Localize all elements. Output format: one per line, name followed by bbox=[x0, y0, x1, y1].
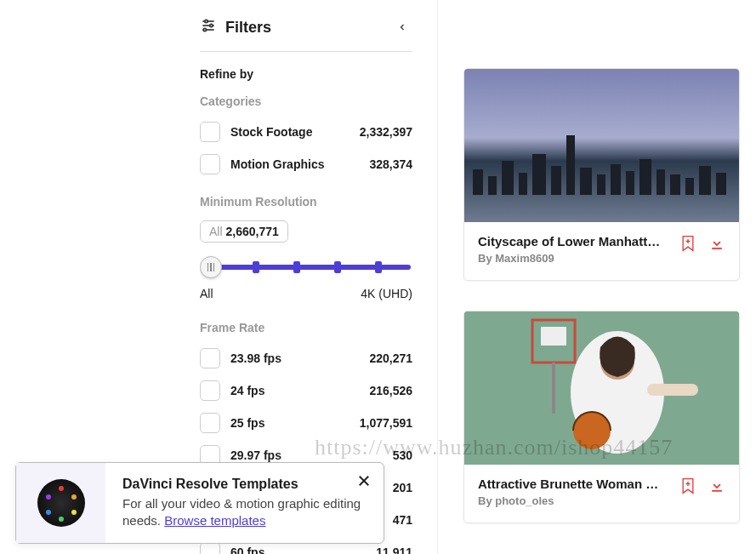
framerate-count: 220,271 bbox=[369, 351, 412, 365]
refine-section: Refine by Categories Stock Footage 2,332… bbox=[200, 67, 412, 176]
tooltip-count: 2,660,771 bbox=[225, 225, 278, 238]
framerate-option-label: 24 fps bbox=[230, 384, 264, 397]
framerate-checkbox[interactable] bbox=[200, 348, 220, 368]
framerate-checkbox[interactable] bbox=[200, 542, 220, 554]
sliders-icon bbox=[200, 17, 217, 37]
divider bbox=[200, 51, 412, 52]
result-card[interactable]: Attractive Brunette Woman with a B… By p… bbox=[463, 311, 740, 523]
result-card[interactable]: Cityscape of Lower Manhattan, New… By Ma… bbox=[463, 68, 740, 281]
slider-labels: All 4K (UHD) bbox=[200, 287, 412, 300]
framerate-option-label: 25 fps bbox=[230, 416, 264, 430]
framerate-checkbox[interactable] bbox=[200, 380, 220, 401]
result-thumbnail[interactable] bbox=[464, 69, 739, 222]
slider-tick bbox=[375, 261, 382, 273]
framerate-count: 530 bbox=[393, 448, 412, 462]
svg-rect-15 bbox=[647, 384, 698, 396]
slider-tick bbox=[293, 261, 300, 273]
category-count: 328,374 bbox=[369, 157, 412, 171]
resolution-section: Minimum Resolution All 2,660,771 All 4K … bbox=[200, 195, 412, 300]
svg-point-1 bbox=[205, 20, 207, 22]
slider-tooltip: All 2,660,771 bbox=[200, 220, 288, 243]
framerate-count: 216,526 bbox=[369, 384, 412, 397]
category-label: Motion Graphics bbox=[230, 157, 324, 171]
result-title[interactable]: Attractive Brunette Woman with a B… bbox=[478, 477, 665, 491]
slider-tick bbox=[253, 261, 259, 273]
filters-header: Filters bbox=[200, 0, 412, 51]
slider-tick bbox=[334, 261, 341, 273]
category-count: 2,332,397 bbox=[360, 125, 412, 139]
result-author[interactable]: By photo_oles bbox=[478, 494, 665, 507]
result-title[interactable]: Cityscape of Lower Manhattan, New… bbox=[478, 234, 665, 248]
promo-link[interactable]: Browse templates bbox=[164, 513, 265, 528]
save-bookmark-button[interactable] bbox=[679, 234, 696, 256]
slider-handle[interactable] bbox=[200, 256, 222, 278]
promo-text: For all your video & motion graphic edit… bbox=[122, 495, 370, 530]
framerate-count: 11,911 bbox=[376, 545, 412, 554]
framerate-count: 1,077,591 bbox=[360, 416, 412, 430]
category-row[interactable]: Motion Graphics 328,374 bbox=[200, 152, 412, 176]
davinci-logo-icon bbox=[37, 479, 85, 527]
framerate-label: Frame Rate bbox=[200, 321, 412, 334]
promo-banner: DaVinci Resolve Templates For all your v… bbox=[15, 462, 384, 545]
categories-label: Categories bbox=[200, 94, 412, 108]
download-button[interactable] bbox=[708, 235, 725, 255]
framerate-checkbox[interactable] bbox=[200, 413, 220, 433]
framerate-option-label: 29.97 fps bbox=[230, 448, 281, 462]
svg-point-3 bbox=[210, 24, 213, 26]
category-checkbox[interactable] bbox=[200, 154, 220, 174]
save-bookmark-button[interactable] bbox=[679, 477, 696, 499]
category-label: Stock Footage bbox=[230, 125, 312, 139]
svg-point-5 bbox=[203, 28, 206, 31]
tooltip-prefix: All bbox=[209, 225, 223, 238]
refine-by-label: Refine by bbox=[200, 67, 412, 81]
framerate-row[interactable]: 23.98 fps 220,271 bbox=[200, 346, 412, 370]
svg-rect-10 bbox=[541, 327, 566, 346]
result-author[interactable]: By Maxim8609 bbox=[478, 252, 665, 265]
collapse-filters-button[interactable] bbox=[392, 17, 412, 37]
framerate-row[interactable]: 24 fps 216,526 bbox=[200, 379, 412, 403]
framerate-row[interactable]: 25 fps 1,077,591 bbox=[200, 411, 412, 435]
resolution-label: Minimum Resolution bbox=[200, 195, 412, 208]
framerate-count: 471 bbox=[393, 513, 412, 527]
filters-title: Filters bbox=[225, 19, 271, 37]
slider-max-label: 4K (UHD) bbox=[361, 287, 412, 300]
results-grid: Cityscape of Lower Manhattan, New… By Ma… bbox=[438, 0, 744, 532]
close-icon[interactable] bbox=[356, 473, 373, 490]
resolution-slider[interactable] bbox=[200, 251, 412, 282]
promo-icon-area bbox=[16, 463, 105, 544]
promo-title: DaVinci Resolve Templates bbox=[122, 477, 370, 492]
category-row[interactable]: Stock Footage 2,332,397 bbox=[200, 120, 412, 144]
result-thumbnail[interactable] bbox=[464, 311, 739, 465]
slider-min-label: All bbox=[200, 287, 213, 300]
download-button[interactable] bbox=[708, 477, 725, 498]
framerate-option-label: 23.98 fps bbox=[230, 351, 281, 365]
framerate-option-label: 60 fps bbox=[230, 545, 264, 554]
category-checkbox[interactable] bbox=[200, 122, 220, 142]
framerate-count: 201 bbox=[393, 481, 412, 494]
